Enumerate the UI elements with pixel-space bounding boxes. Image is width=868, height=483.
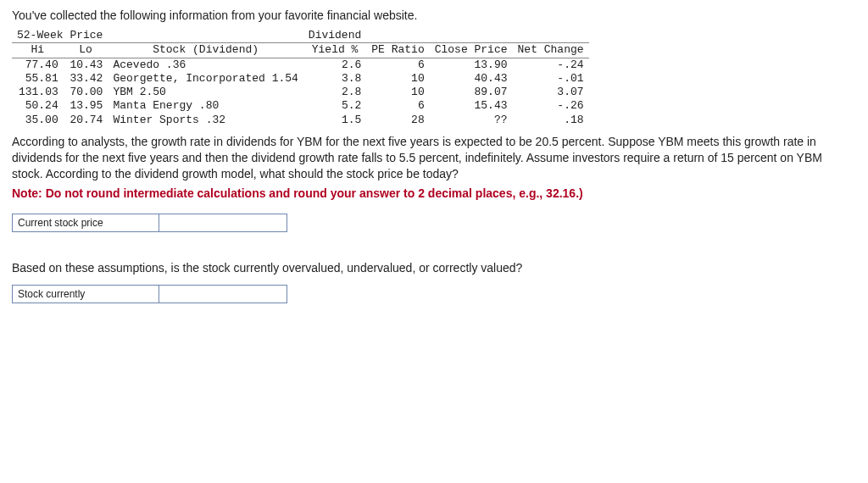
cell-close: 15.43: [430, 99, 513, 113]
cell-stock: YBM 2.50: [108, 86, 303, 99]
cell-hi: 77.40: [12, 58, 64, 72]
stock-currently-input[interactable]: [159, 286, 287, 303]
cell-lo: 33.42: [64, 72, 108, 86]
table-row: 35.0020.74Winter Sports .321.528??.18: [12, 114, 589, 127]
cell-yield: 1.5: [303, 114, 366, 127]
cell-yield: 2.8: [303, 86, 366, 99]
col-yield: Yield %: [303, 43, 366, 58]
cell-net: .18: [513, 114, 589, 127]
cell-net: 3.07: [513, 86, 589, 99]
table-row: 131.0370.00YBM 2.502.81089.073.07: [12, 86, 589, 99]
answer1-label: Current stock price: [13, 214, 159, 232]
cell-pe: 10: [366, 72, 429, 86]
table-row: 55.8133.42Georgette, Incorporated 1.543.…: [12, 72, 589, 86]
cell-close: 89.07: [430, 86, 513, 99]
answer-block-1: Current stock price: [12, 214, 856, 232]
col-hi: Hi: [12, 43, 64, 58]
cell-lo: 13.95: [64, 99, 108, 113]
super-52wk-price: 52-Week Price: [12, 29, 108, 43]
question-paragraph: According to analysts, the growth rate i…: [12, 134, 856, 182]
col-stock: Stock (Dividend): [108, 43, 303, 58]
answer2-label: Stock currently: [13, 286, 159, 303]
super-dividend: Dividend: [303, 29, 366, 43]
intro-text: You've collected the following informati…: [12, 8, 856, 22]
cell-net: -.24: [513, 58, 589, 72]
col-close: Close Price: [430, 43, 513, 58]
cell-pe: 6: [366, 58, 429, 72]
current-stock-price-input[interactable]: [159, 214, 287, 231]
cell-lo: 10.43: [64, 58, 108, 72]
table-header-row: Hi Lo Stock (Dividend) Yield % PE Ratio …: [12, 43, 589, 58]
table-super-header: 52-Week Price Dividend: [12, 29, 589, 43]
cell-pe: 28: [366, 114, 429, 127]
cell-close: ??: [430, 114, 513, 127]
cell-yield: 5.2: [303, 99, 366, 113]
cell-net: -.26: [513, 99, 589, 113]
table-row: 77.4010.43Acevedo .362.6613.90-.24: [12, 58, 589, 72]
cell-pe: 10: [366, 86, 429, 99]
col-lo: Lo: [64, 43, 108, 58]
answer-block-2: Stock currently: [12, 285, 856, 303]
cell-lo: 70.00: [64, 86, 108, 99]
cell-stock: Acevedo .36: [108, 58, 303, 72]
cell-hi: 50.24: [12, 99, 64, 113]
cell-stock: Manta Energy .80: [108, 99, 303, 113]
cell-hi: 55.81: [12, 72, 64, 86]
cell-hi: 131.03: [12, 86, 64, 99]
cell-stock: Winter Sports .32: [108, 114, 303, 127]
stock-data-table: 52-Week Price Dividend Hi Lo Stock (Divi…: [12, 29, 589, 127]
cell-hi: 35.00: [12, 114, 64, 127]
cell-stock: Georgette, Incorporated 1.54: [108, 72, 303, 86]
cell-yield: 2.6: [303, 58, 366, 72]
col-net: Net Change: [513, 43, 589, 58]
cell-pe: 6: [366, 99, 429, 113]
question2-text: Based on these assumptions, is the stock…: [12, 261, 856, 275]
cell-lo: 20.74: [64, 114, 108, 127]
cell-net: -.01: [513, 72, 589, 86]
rounding-note: Note: Do not round intermediate calculat…: [12, 186, 856, 200]
table-row: 50.2413.95Manta Energy .805.2615.43-.26: [12, 99, 589, 113]
cell-yield: 3.8: [303, 72, 366, 86]
cell-close: 13.90: [430, 58, 513, 72]
cell-close: 40.43: [430, 72, 513, 86]
col-pe: PE Ratio: [366, 43, 429, 58]
